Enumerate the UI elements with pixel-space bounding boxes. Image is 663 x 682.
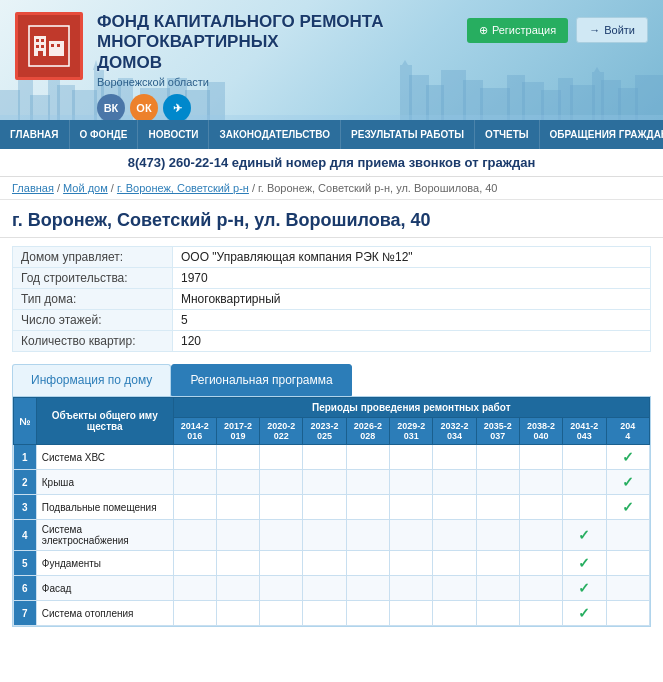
svg-rect-9	[57, 44, 60, 47]
info-table: Домом управляет:ООО "Управляющая компани…	[12, 246, 651, 352]
col-period-header: Периоды проведения ремонтных работ	[173, 398, 649, 418]
checkmark-icon: ✓	[578, 555, 590, 571]
period-cell-7	[476, 551, 519, 576]
row-name: Фасад	[36, 576, 173, 601]
period-cell-4	[346, 445, 389, 470]
period-cell-2	[260, 470, 303, 495]
checkmark-icon: ✓	[622, 474, 634, 490]
period-cell-0	[173, 495, 216, 520]
period-cell-0	[173, 470, 216, 495]
period-cell-0	[173, 601, 216, 626]
period-cell-3	[303, 520, 346, 551]
nav-legislation[interactable]: ЗАКОНОДАТЕЛЬСТВО	[209, 120, 341, 149]
register-button[interactable]: ⊕ Регистрация	[467, 18, 568, 43]
period-cell-0	[173, 576, 216, 601]
telegram-button[interactable]: ✈	[163, 94, 191, 120]
info-value: Многоквартирный	[173, 289, 651, 310]
nav-news[interactable]: НОВОСТИ	[138, 120, 209, 149]
info-value: ООО "Управляющая компания РЭК №12"	[173, 247, 651, 268]
row-name: Система электроснабжения	[36, 520, 173, 551]
breadcrumb-home[interactable]: Главная	[12, 182, 54, 194]
reg-icon: ⊕	[479, 24, 488, 37]
tab-program[interactable]: Региональная программа	[171, 364, 351, 396]
svg-rect-5	[41, 39, 44, 42]
svg-rect-8	[51, 44, 54, 47]
period-col-1: 2017-2019	[216, 418, 259, 445]
period-cell-9	[563, 470, 606, 495]
program-row: 1Система ХВС✓	[14, 445, 650, 470]
info-row: Число этажей:5	[13, 310, 651, 331]
row-num: 5	[14, 551, 37, 576]
info-label: Количество квартир:	[13, 331, 173, 352]
row-num: 6	[14, 576, 37, 601]
checkmark-icon: ✓	[578, 527, 590, 543]
nav-main[interactable]: ГЛАВНАЯ	[0, 120, 70, 149]
period-cell-10: ✓	[606, 495, 649, 520]
period-col-0: 2014-2016	[173, 418, 216, 445]
program-row: 6Фасад✓	[14, 576, 650, 601]
info-value: 120	[173, 331, 651, 352]
row-num: 3	[14, 495, 37, 520]
row-num: 4	[14, 520, 37, 551]
header-title: ФОНД КАПИТАЛЬНОГО РЕМОНТА МНОГОКВАРТИРНЫ…	[97, 12, 457, 120]
breadcrumb-current: г. Воронеж, Советский р-н, ул. Ворошилов…	[258, 182, 497, 194]
info-label: Год строительства:	[13, 268, 173, 289]
title-line2: ДОМОВ	[97, 53, 162, 72]
period-cell-6	[433, 495, 476, 520]
svg-rect-7	[41, 45, 44, 48]
program-row: 2Крыша✓	[14, 470, 650, 495]
page-title: г. Воронеж, Советский р-н, ул. Ворошилов…	[0, 200, 663, 238]
info-label: Домом управляет:	[13, 247, 173, 268]
vk-button[interactable]: ВК	[97, 94, 125, 120]
period-cell-6	[433, 576, 476, 601]
info-row: Количество квартир:120	[13, 331, 651, 352]
period-cell-9: ✓	[563, 576, 606, 601]
period-cell-6	[433, 551, 476, 576]
period-col-3: 2023-2025	[303, 418, 346, 445]
period-cell-8	[519, 470, 562, 495]
main-nav: ГЛАВНАЯ О ФОНДЕ НОВОСТИ ЗАКОНОДАТЕЛЬСТВО…	[0, 120, 663, 149]
col-num-header: №	[14, 398, 37, 445]
reg-label: Регистрация	[492, 24, 556, 36]
period-cell-9: ✓	[563, 601, 606, 626]
period-cell-1	[216, 576, 259, 601]
period-col-5: 2029-2031	[390, 418, 433, 445]
breadcrumb-mydom[interactable]: Мой дом	[63, 182, 108, 194]
svg-rect-6	[36, 45, 39, 48]
phone-text: 8(473) 260-22-14 единый номер для приема…	[128, 155, 536, 170]
period-col-7: 2035-2037	[476, 418, 519, 445]
period-cell-4	[346, 495, 389, 520]
breadcrumb-district[interactable]: г. Воронеж, Советский р-н	[117, 182, 249, 194]
login-button[interactable]: → Войти	[576, 17, 648, 43]
period-cell-7	[476, 601, 519, 626]
period-cell-5	[390, 445, 433, 470]
period-cell-5	[390, 495, 433, 520]
period-cell-5	[390, 470, 433, 495]
period-cell-1	[216, 495, 259, 520]
checkmark-icon: ✓	[622, 449, 634, 465]
period-cell-10: ✓	[606, 470, 649, 495]
breadcrumb: Главная / Мой дом / г. Воронеж, Советски…	[0, 177, 663, 200]
period-cell-3	[303, 551, 346, 576]
period-cell-4	[346, 601, 389, 626]
period-cell-9	[563, 445, 606, 470]
nav-about[interactable]: О ФОНДЕ	[70, 120, 139, 149]
tab-info[interactable]: Информация по дому	[12, 364, 171, 396]
nav-reports[interactable]: ОТЧЕТЫ	[475, 120, 539, 149]
period-cell-0	[173, 551, 216, 576]
period-cell-3	[303, 445, 346, 470]
period-cell-5	[390, 520, 433, 551]
period-cell-6	[433, 470, 476, 495]
period-cell-10	[606, 601, 649, 626]
ok-button[interactable]: ОК	[130, 94, 158, 120]
program-row: 5Фундаменты✓	[14, 551, 650, 576]
nav-results[interactable]: РЕЗУЛЬТАТЫ РАБОТЫ	[341, 120, 475, 149]
login-icon: →	[589, 24, 600, 36]
period-cell-3	[303, 470, 346, 495]
period-cell-1	[216, 520, 259, 551]
row-num: 7	[14, 601, 37, 626]
period-cell-3	[303, 601, 346, 626]
nav-appeals[interactable]: ОБРАЩЕНИЯ ГРАЖДАН	[540, 120, 663, 149]
title-line1: ФОНД КАПИТАЛЬНОГО РЕМОНТА МНОГОКВАРТИРНЫ…	[97, 12, 383, 51]
period-cell-6	[433, 445, 476, 470]
